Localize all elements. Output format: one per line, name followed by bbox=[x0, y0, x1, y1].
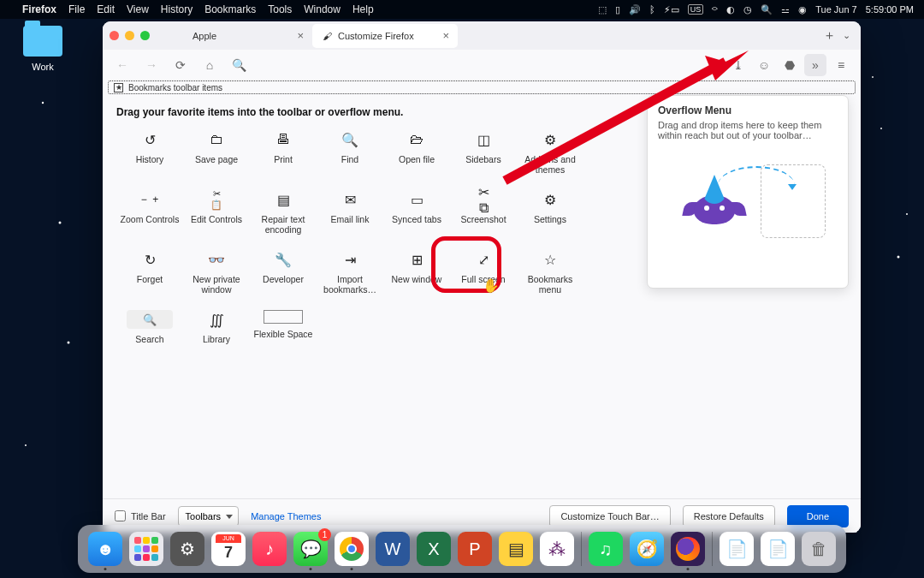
dock-slack[interactable]: ⁂ bbox=[540, 532, 574, 566]
menu-view[interactable]: View bbox=[127, 3, 149, 15]
new-tab-button[interactable]: ＋ bbox=[823, 27, 836, 44]
tile-open-file[interactable]: 🗁Open file bbox=[383, 130, 450, 175]
tile-library[interactable]: ∭Library bbox=[183, 310, 250, 344]
menubar-time[interactable]: 5:59:00 PM bbox=[866, 4, 914, 15]
tile-full-screen[interactable]: ⤢Full screen bbox=[450, 250, 517, 295]
dropbox-icon[interactable]: ⬚ bbox=[598, 4, 607, 15]
menu-edit[interactable]: Edit bbox=[97, 3, 115, 15]
tab-list-button[interactable]: ⌄ bbox=[843, 30, 850, 41]
tile-forget[interactable]: ↻Forget bbox=[116, 250, 183, 295]
dock-firefox[interactable] bbox=[671, 532, 705, 566]
volume-icon[interactable]: 🔊 bbox=[629, 4, 641, 15]
dock-document-2[interactable]: 📄 bbox=[761, 532, 795, 566]
done-button[interactable]: Done bbox=[787, 505, 849, 527]
menu-help[interactable]: Help bbox=[352, 3, 374, 15]
user-fast-switch-icon[interactable]: ◐ bbox=[726, 4, 735, 15]
restore-defaults-button[interactable]: Restore Defaults bbox=[683, 505, 775, 527]
dock-messages[interactable]: 💬1 bbox=[293, 532, 328, 566]
dock-apple-music[interactable]: ♪ bbox=[252, 532, 287, 566]
full-screen-icon: ⤢ bbox=[474, 250, 493, 269]
dock-finder[interactable]: ☻ bbox=[88, 532, 122, 566]
overflow-menu-button[interactable]: » bbox=[804, 54, 826, 76]
tile-print[interactable]: 🖶Print bbox=[250, 130, 317, 175]
toolbars-dropdown[interactable]: Toolbars bbox=[178, 506, 240, 527]
tile-search[interactable]: 🔍Search bbox=[116, 310, 183, 344]
account-button[interactable]: ☺ bbox=[753, 54, 775, 76]
home-button[interactable]: ⌂ bbox=[198, 54, 221, 76]
tab-close-button[interactable]: × bbox=[297, 29, 304, 42]
tab-apple[interactable]: Apple × bbox=[167, 24, 312, 48]
menu-window[interactable]: Window bbox=[304, 3, 341, 15]
siri-icon[interactable]: ◉ bbox=[798, 4, 807, 15]
menu-bookmarks[interactable]: Bookmarks bbox=[204, 3, 256, 15]
wifi-icon[interactable]: ⌔ bbox=[712, 4, 718, 15]
settings-icon: ⚙ bbox=[541, 190, 560, 209]
overflow-menu-panel[interactable]: Overflow Menu Drag and drop items here t… bbox=[647, 95, 849, 289]
dock-calendar[interactable]: JUN 7 bbox=[211, 532, 246, 566]
dock-notes[interactable]: ▤ bbox=[499, 532, 533, 566]
window-close-button[interactable] bbox=[110, 31, 119, 40]
tile-addons-themes[interactable]: ⚙Add-ons and themes bbox=[517, 130, 583, 175]
tile-sidebars[interactable]: ◫Sidebars bbox=[450, 130, 517, 175]
timer-icon[interactable]: ◷ bbox=[743, 4, 752, 15]
back-button[interactable]: ← bbox=[111, 54, 133, 76]
tile-bookmarks-menu[interactable]: ☆Bookmarks menu bbox=[517, 250, 583, 295]
manage-themes-link[interactable]: Manage Themes bbox=[251, 511, 321, 521]
dock-spotify[interactable]: ♫ bbox=[589, 532, 623, 566]
bluetooth-icon[interactable]: ᛒ bbox=[649, 4, 655, 15]
tile-import-bookmarks[interactable]: ⇥Import bookmarks… bbox=[317, 250, 383, 295]
window-minimize-button[interactable] bbox=[125, 31, 134, 40]
app-menu-button[interactable]: ≡ bbox=[830, 54, 852, 76]
dock-powerpoint[interactable]: P bbox=[458, 532, 492, 566]
tile-edit-controls[interactable]: ✂📋Edit Controls bbox=[183, 190, 250, 235]
tab-customize-firefox[interactable]: 🖌 Customize Firefox × bbox=[312, 24, 458, 48]
desktop-folder-work[interactable]: Work bbox=[17, 26, 68, 72]
menu-file[interactable]: File bbox=[68, 3, 85, 15]
title-bar-checkbox-input[interactable] bbox=[115, 510, 126, 521]
tile-new-window[interactable]: ⊞New window bbox=[383, 250, 450, 295]
dock-safari[interactable]: 🧭 bbox=[630, 532, 664, 566]
phone-status-icon[interactable]: ▯ bbox=[615, 4, 620, 15]
tile-email-link[interactable]: ✉Email link bbox=[317, 190, 383, 235]
url-bar[interactable] bbox=[257, 54, 695, 76]
search-icon[interactable]: 🔍 bbox=[228, 54, 250, 76]
dock-launchpad[interactable] bbox=[129, 532, 163, 566]
title-bar-checkbox[interactable]: Title Bar bbox=[115, 510, 166, 521]
bookmarks-toolbar-dropzone[interactable]: ★ Bookmarks toolbar items bbox=[108, 80, 856, 94]
dock-system-preferences[interactable]: ⚙ bbox=[170, 532, 204, 566]
customize-touch-bar-button[interactable]: Customize Touch Bar… bbox=[549, 505, 670, 527]
menu-history[interactable]: History bbox=[161, 3, 192, 15]
downloads-button[interactable]: ⤓ bbox=[727, 54, 749, 76]
control-center-icon[interactable]: ⚍ bbox=[781, 4, 790, 15]
dock-excel[interactable]: X bbox=[417, 532, 451, 566]
save-to-pocket-button[interactable]: ◛ bbox=[702, 54, 724, 76]
tile-settings[interactable]: ⚙Settings bbox=[517, 190, 583, 235]
dock-document-1[interactable]: 📄 bbox=[720, 532, 754, 566]
input-source-indicator[interactable]: US bbox=[688, 4, 704, 15]
forward-button[interactable]: → bbox=[140, 54, 163, 76]
tile-find[interactable]: 🔍Find bbox=[317, 130, 383, 175]
tile-new-private-window[interactable]: 👓New private window bbox=[183, 250, 250, 295]
dock-chrome[interactable] bbox=[335, 532, 369, 566]
extensions-button[interactable]: ⬣ bbox=[779, 54, 801, 76]
tile-synced-tabs[interactable]: ▭Synced tabs bbox=[383, 190, 450, 235]
spotlight-icon[interactable]: 🔍 bbox=[761, 4, 773, 15]
import-bookmarks-icon: ⇥ bbox=[341, 250, 359, 269]
reload-button[interactable]: ⟳ bbox=[169, 54, 192, 76]
dock-trash[interactable]: 🗑 bbox=[802, 532, 836, 566]
tile-repair-text-encoding[interactable]: ▤Repair text encoding bbox=[250, 190, 317, 235]
window-zoom-button[interactable] bbox=[140, 31, 150, 40]
battery-icon[interactable]: ⚡︎▭ bbox=[664, 4, 679, 15]
tile-developer[interactable]: 🔧Developer bbox=[250, 250, 317, 295]
tile-history[interactable]: ↺History bbox=[116, 130, 183, 175]
tile-save-page[interactable]: 🗀Save page bbox=[183, 130, 250, 175]
menu-tools[interactable]: Tools bbox=[268, 3, 292, 15]
tile-screenshot[interactable]: ✂⧉Screenshot bbox=[450, 190, 517, 235]
menubar-date[interactable]: Tue Jun 7 bbox=[815, 4, 857, 15]
tab-label: Apple bbox=[192, 31, 216, 41]
tile-zoom-controls[interactable]: − +Zoom Controls bbox=[116, 190, 183, 235]
app-name[interactable]: Firefox bbox=[22, 3, 56, 15]
dock-word[interactable]: W bbox=[376, 532, 410, 566]
tile-flexible-space[interactable]: Flexible Space bbox=[250, 310, 317, 344]
tab-close-button[interactable]: × bbox=[442, 29, 449, 42]
